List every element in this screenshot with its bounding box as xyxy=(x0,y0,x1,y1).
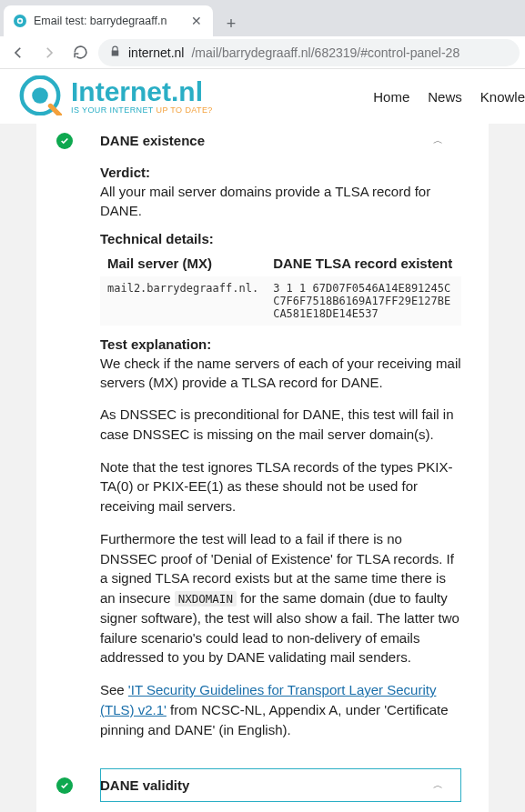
logo-text: Internet.nl IS YOUR INTERNET UP TO DATE? xyxy=(71,78,213,115)
cell-tlsa: 3 1 1 67D07F0546A14E891245CC7F6F7518B616… xyxy=(266,276,461,326)
nxdomain-code: NXDOMAIN xyxy=(175,591,237,606)
th-mx: Mail server (MX) xyxy=(100,250,266,276)
nav-home[interactable]: Home xyxy=(373,89,409,105)
explanation-text: We check if the name servers of each of … xyxy=(100,354,461,392)
panel-header[interactable]: DANE existence ︿ xyxy=(100,124,461,157)
close-icon[interactable]: ✕ xyxy=(189,14,204,28)
cell-mx: mail2.barrydegraaff.nl. xyxy=(100,276,266,326)
chevron-up-icon: ︿ xyxy=(433,778,443,792)
panel-title: DANE validity xyxy=(100,777,424,793)
panel-dane-existence: DANE existence ︿ Verdict: All your mail … xyxy=(36,124,489,768)
forward-button[interactable] xyxy=(36,40,62,65)
site-header: Internet.nl IS YOUR INTERNET UP TO DATE?… xyxy=(0,69,525,124)
new-tab-button[interactable]: + xyxy=(218,11,244,36)
svg-point-2 xyxy=(18,19,21,22)
tagline-2: UP TO DATE? xyxy=(156,105,212,115)
logo[interactable]: Internet.nl IS YOUR INTERNET UP TO DATE? xyxy=(18,75,213,118)
browser-tab[interactable]: Email test: barrydegraaff.n ✕ xyxy=(4,5,213,36)
main-nav: Home News Knowle xyxy=(373,89,525,105)
lock-icon xyxy=(109,45,121,60)
url-host: internet.nl xyxy=(128,45,184,60)
para-see: See 'IT Security Guidelines for Transpor… xyxy=(100,680,461,739)
brand-name: Internet.nl xyxy=(71,78,213,105)
panel-dane-validity: DANE validity ︿ Verdict: The DANE finger… xyxy=(36,768,489,812)
tlsa-table: Mail server (MX)DANE TLSA record existen… xyxy=(100,250,461,326)
browser-tabbar: Email test: barrydegraaff.n ✕ + xyxy=(0,0,525,36)
verdict-label: Verdict: xyxy=(100,165,150,180)
back-button[interactable] xyxy=(5,40,31,65)
tagline-1: IS YOUR INTERNET xyxy=(71,105,156,115)
browser-toolbar: internet.nl/mail/barrydegraaff.nl/682319… xyxy=(0,36,525,69)
reload-button[interactable] xyxy=(67,40,93,65)
techdetails-label: Technical details: xyxy=(100,231,214,246)
para-pkix: Note that the test ignores TLSA records … xyxy=(100,457,461,516)
check-icon xyxy=(56,133,73,149)
url-path: /mail/barrydegraaff.nl/682319/#control-p… xyxy=(191,45,459,60)
para-dnssec: As DNSSEC is preconditional for DANE, th… xyxy=(100,405,461,445)
chevron-up-icon: ︿ xyxy=(433,134,443,147)
panel-title: DANE existence xyxy=(100,133,424,148)
svg-point-4 xyxy=(32,87,48,104)
tab-title: Email test: barrydegraaff.n xyxy=(34,15,183,27)
table-row: mail2.barrydegraaff.nl.3 1 1 67D07F0546A… xyxy=(100,276,461,326)
favicon-icon xyxy=(13,14,27,28)
para-nxdomain: Furthermore the test will lead to a fail… xyxy=(100,529,461,667)
address-bar[interactable]: internet.nl/mail/barrydegraaff.nl/682319… xyxy=(98,39,520,66)
nav-news[interactable]: News xyxy=(428,89,462,105)
nav-knowledge[interactable]: Knowle xyxy=(480,89,525,105)
logo-icon xyxy=(18,75,62,118)
panel-header[interactable]: DANE validity ︿ xyxy=(100,768,461,802)
th-tlsa: DANE TLSA record existent xyxy=(266,250,461,276)
verdict-text: All your mail server domains provide a T… xyxy=(100,182,461,220)
explanation-label: Test explanation: xyxy=(100,336,211,352)
check-icon xyxy=(56,777,73,794)
